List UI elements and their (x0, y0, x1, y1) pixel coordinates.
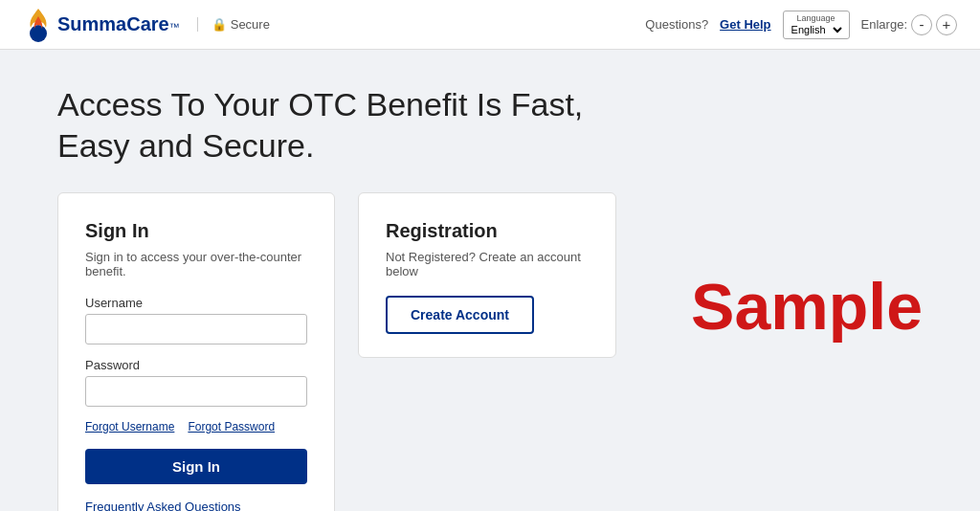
forgot-links: Forgot Username Forgot Password (85, 420, 307, 433)
username-input[interactable] (85, 314, 307, 344)
questions-text: Questions? (645, 17, 708, 32)
create-account-button[interactable]: Create Account (386, 296, 534, 334)
password-label: Password (85, 358, 307, 372)
sign-in-button[interactable]: Sign In (85, 449, 307, 484)
decrease-button[interactable]: - (911, 14, 932, 35)
increase-button[interactable]: + (936, 14, 957, 35)
username-label: Username (85, 296, 307, 310)
header-left: SummaCare™ 🔒 Secure (23, 7, 270, 43)
registration-title: Registration (386, 220, 589, 242)
signin-title: Sign In (85, 220, 307, 242)
language-dropdown[interactable]: English Español (788, 23, 845, 36)
forgot-username-link[interactable]: Forgot Username (85, 420, 174, 433)
language-label: Language (797, 13, 835, 23)
language-selector[interactable]: Language English Español (783, 11, 850, 39)
password-input[interactable] (85, 376, 307, 407)
registration-card: Registration Not Registered? Create an a… (358, 192, 616, 358)
lock-icon: 🔒 (212, 17, 227, 32)
header: SummaCare™ 🔒 Secure Questions? Get Help … (0, 0, 980, 50)
sample-watermark: Sample (691, 269, 923, 453)
logo-icon (23, 7, 54, 43)
forgot-password-link[interactable]: Forgot Password (188, 420, 275, 433)
get-help-link[interactable]: Get Help (720, 17, 770, 32)
enlarge-area: Enlarge: - + (861, 14, 957, 35)
enlarge-label: Enlarge: (861, 17, 907, 32)
header-right: Questions? Get Help Language English Esp… (645, 11, 957, 39)
headline-line2: Easy and Secure. (57, 127, 314, 164)
logo-text: SummaCare™ (57, 13, 180, 35)
svg-point-0 (30, 25, 47, 42)
secure-badge: 🔒 Secure (197, 17, 270, 32)
registration-subtitle: Not Registered? Create an account below (386, 250, 589, 278)
signin-subtitle: Sign in to access your over-the-counter … (85, 250, 307, 278)
secure-label: Secure (231, 17, 270, 32)
headline-line1: Access To Your OTC Benefit Is Fast, (57, 86, 583, 122)
logo: SummaCare™ (23, 7, 180, 43)
page-headline: Access To Your OTC Benefit Is Fast, Easy… (57, 84, 923, 166)
cards-section: Sign In Sign in to access your over-the-… (57, 192, 923, 511)
signin-card: Sign In Sign in to access your over-the-… (57, 192, 335, 511)
main-content: Access To Your OTC Benefit Is Fast, Easy… (0, 50, 980, 511)
faq-link[interactable]: Frequently Asked Questions (85, 500, 241, 511)
